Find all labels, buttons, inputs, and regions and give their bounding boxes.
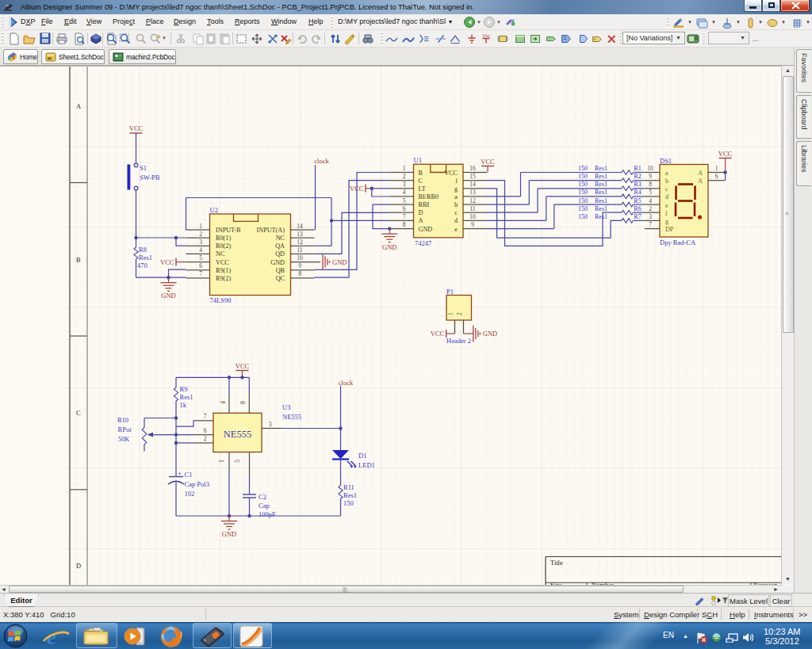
svg-text:VCC: VCC [129, 124, 144, 132]
svg-text:150: 150 [578, 189, 588, 196]
svg-text:7: 7 [199, 270, 202, 277]
svg-text:5: 5 [234, 460, 241, 463]
svg-text:GND: GND [332, 258, 347, 266]
svg-text:8: 8 [403, 221, 406, 228]
svg-text:U2: U2 [210, 206, 218, 214]
svg-text:f: f [455, 178, 458, 185]
svg-text:QD: QD [275, 250, 285, 258]
svg-text:470: 470 [137, 262, 147, 269]
svg-text:102: 102 [185, 490, 195, 498]
svg-text:GND: GND [483, 330, 497, 338]
svg-text:g: g [454, 185, 458, 193]
svg-text:QA: QA [275, 242, 285, 250]
svg-text:VCC: VCC [431, 330, 445, 338]
svg-text:a: a [665, 170, 668, 177]
svg-text:GND: GND [161, 292, 175, 300]
svg-text:e: e [454, 226, 458, 233]
svg-text:B: B [76, 256, 81, 264]
svg-text:13: 13 [469, 189, 476, 196]
svg-text:B: B [419, 170, 423, 177]
svg-text:8: 8 [649, 181, 652, 188]
svg-text:Dpy Rad-CA: Dpy Rad-CA [660, 239, 696, 246]
svg-text:9: 9 [298, 262, 301, 269]
svg-text:6: 6 [199, 262, 202, 269]
svg-text:Vcc: Vcc [483, 33, 490, 38]
svg-text:D1: D1 [358, 452, 366, 460]
svg-text:7: 7 [403, 213, 406, 220]
svg-text:Res1: Res1 [343, 491, 357, 499]
svg-text:SW-PB: SW-PB [140, 174, 160, 181]
svg-text:16: 16 [469, 165, 476, 172]
svg-text:VCC: VCC [236, 362, 250, 370]
svg-text:NC: NC [216, 250, 225, 258]
svg-text:150: 150 [578, 205, 588, 212]
svg-text:BI/RB0: BI/RB0 [419, 193, 439, 200]
svg-text:Res1: Res1 [595, 165, 607, 172]
svg-text:6: 6 [715, 173, 718, 180]
svg-text:C: C [419, 178, 423, 185]
svg-text:1: 1 [403, 165, 406, 172]
svg-text:9: 9 [649, 173, 652, 180]
svg-text:R7: R7 [634, 213, 641, 220]
svg-text:14: 14 [297, 223, 303, 230]
svg-text:R0(1): R0(1) [216, 235, 231, 242]
svg-text:RBI: RBI [419, 201, 430, 208]
svg-text:1k: 1k [180, 401, 187, 409]
svg-text:R9: R9 [180, 385, 188, 393]
svg-text:VCC: VCC [350, 185, 364, 193]
svg-text:100pF: 100pF [259, 510, 276, 518]
svg-text:2: 2 [456, 312, 463, 315]
svg-text:Res1: Res1 [139, 254, 152, 262]
svg-text:R1: R1 [634, 165, 641, 172]
svg-text:Header 2: Header 2 [446, 337, 471, 345]
svg-text:LT: LT [419, 185, 426, 193]
svg-text:8: 8 [239, 401, 247, 404]
svg-text:INPUT(A): INPUT(A) [257, 227, 285, 234]
svg-text:Cap Pol3: Cap Pol3 [185, 480, 209, 488]
svg-text:150: 150 [578, 213, 588, 220]
svg-text:R5: R5 [634, 197, 641, 204]
svg-text:150: 150 [578, 173, 588, 180]
svg-text:Res1: Res1 [595, 181, 607, 188]
svg-text:2: 2 [204, 435, 207, 442]
svg-text:5: 5 [403, 197, 406, 204]
svg-text:11: 11 [297, 246, 302, 254]
svg-text:P1: P1 [446, 288, 454, 296]
svg-text:NE555: NE555 [282, 413, 301, 421]
svg-text:QC: QC [276, 275, 285, 282]
svg-text:VCC: VCC [718, 150, 733, 158]
svg-text:10: 10 [297, 254, 303, 262]
svg-text:GND: GND [382, 243, 396, 251]
svg-text:VCC: VCC [481, 158, 495, 166]
svg-text:C1: C1 [185, 471, 193, 479]
svg-text:b: b [665, 178, 668, 185]
svg-text:R8: R8 [139, 246, 147, 254]
svg-text:Res1: Res1 [595, 189, 607, 196]
svg-text:R3: R3 [634, 181, 641, 188]
svg-text:1: 1 [218, 460, 225, 463]
svg-text:VCC: VCC [444, 170, 458, 177]
svg-text:8: 8 [298, 270, 301, 277]
svg-text:R9(2): R9(2) [216, 275, 231, 282]
svg-text:Res1: Res1 [595, 173, 607, 180]
svg-text:6: 6 [403, 205, 406, 212]
svg-text:14: 14 [469, 181, 476, 188]
svg-text:clock: clock [339, 379, 354, 387]
svg-text:2: 2 [199, 231, 202, 238]
svg-text:GND: GND [270, 259, 285, 266]
svg-text:3: 3 [403, 181, 406, 188]
svg-text:5: 5 [199, 254, 202, 262]
svg-text:Res1: Res1 [180, 393, 193, 401]
svg-text:GND: GND [419, 226, 433, 233]
svg-text:3: 3 [269, 421, 272, 428]
svg-text:e: e [665, 202, 668, 209]
svg-text:C2: C2 [259, 493, 266, 501]
svg-text:6: 6 [204, 427, 207, 434]
svg-text:1: 1 [715, 165, 718, 172]
svg-text:U3: U3 [282, 403, 290, 411]
svg-text:+: + [178, 469, 182, 477]
svg-text:DP: DP [665, 226, 674, 233]
svg-text:A: A [76, 102, 82, 110]
svg-text:S1: S1 [140, 164, 147, 172]
svg-text:A: A [698, 178, 703, 185]
